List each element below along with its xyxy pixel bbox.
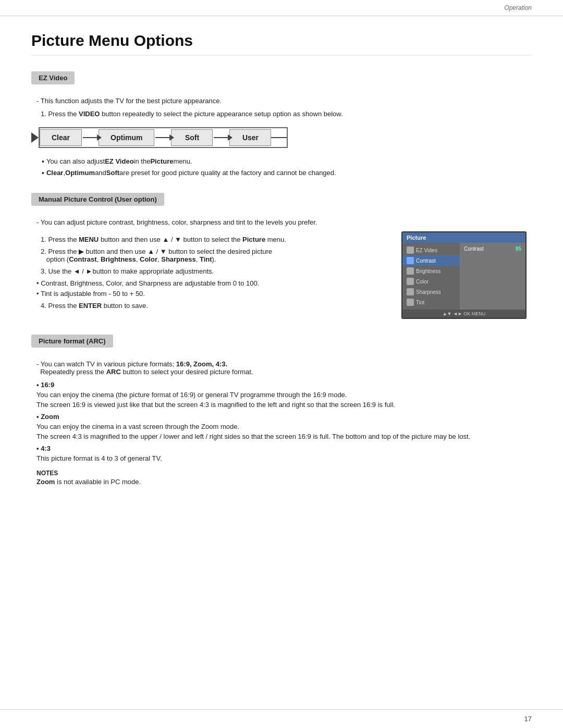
bullet-169-text2: The screen 16:9 is viewed just like that… <box>36 401 532 409</box>
bullet-43-text: This picture format is 4 to 3 of general… <box>36 454 532 462</box>
tv-menu-footer: ▲▼ ◄► OK MENU <box>402 310 525 318</box>
flow-box-optimum: Optimum <box>99 129 154 146</box>
manual-step4: 4. Press the ENTER button to save. <box>41 302 391 310</box>
ez-flow-diagram: Clear Optimum <box>31 127 532 148</box>
manual-sub2: • Tint is adjustable from - 50 to + 50. <box>36 290 391 298</box>
manual-picture-label: Manual Picture Control (User option) <box>31 193 164 206</box>
bullet-169-label: • 16:9 <box>36 381 532 389</box>
tv-menu-icon-color <box>407 278 414 285</box>
page-number: 17 <box>524 715 532 723</box>
notes-text: Zoom is not available in PC mode. <box>36 478 532 486</box>
manual-picture-desc: You can adjust picture contrast, brightn… <box>36 218 532 226</box>
manual-picture-section: Manual Picture Control (User option) You… <box>31 193 532 319</box>
manual-picture-steps: 1. Press the MENU button and then use ▲ … <box>31 231 391 319</box>
page-wrapper: Operation Picture Menu Options EZ Video … <box>0 0 563 728</box>
tv-menu-item-contrast: Contrast <box>402 255 460 266</box>
ez-video-bullet1: You can also adjust EZ Video in the Pict… <box>42 157 532 166</box>
tv-menu: Picture EZ Video Contrast <box>401 231 527 319</box>
tv-menu-icon-sharpness <box>407 288 414 295</box>
bullet-zoom-text1: You can enjoy the cinema in a vast scree… <box>36 423 532 430</box>
bullet-43-label: • 4:3 <box>36 445 532 452</box>
manual-step1: 1. Press the MENU button and then use ▲ … <box>41 236 391 243</box>
tv-menu-item-brightness: Brightness <box>402 266 460 276</box>
flow-end-line <box>271 137 287 138</box>
tv-menu-right: Contrast 85 <box>460 243 525 310</box>
tv-menu-screenshot: Picture EZ Video Contrast <box>401 231 532 319</box>
tv-menu-item-sharpness: Sharpness <box>402 287 460 297</box>
tv-menu-item-tint: Tint <box>402 297 460 307</box>
bullet-169-text1: You can enjoy the cinema (the picture fo… <box>36 391 532 399</box>
flow-box-user: User <box>229 129 271 146</box>
picture-format-desc1: You can watch TV in various picture form… <box>36 360 532 376</box>
header-bar: Operation <box>0 0 563 16</box>
flow-border-box: Clear Optimum <box>39 127 288 148</box>
tv-menu-item-color: Color <box>402 276 460 287</box>
manual-step2: 2. Press the ▶ button and then use ▲ / ▼… <box>41 248 391 263</box>
manual-sub1: • Contrast, Brightness, Color, and Sharp… <box>36 279 391 287</box>
tv-menu-left: EZ Video Contrast Brightness <box>402 243 460 310</box>
flow-arrow-1 <box>82 137 99 138</box>
bullet-zoom-label: • Zoom <box>36 413 532 421</box>
notes-label: NOTES <box>36 470 532 477</box>
ez-video-label: EZ Video <box>31 71 75 84</box>
manual-picture-two-col: 1. Press the MENU button and then use ▲ … <box>31 231 532 319</box>
bullet-zoom-text2: The screen 4:3 is magnified to the upper… <box>36 433 532 440</box>
ez-video-step1: 1. Press the VIDEO button repeatedly to … <box>41 110 532 118</box>
page-title: Picture Menu Options <box>31 32 532 56</box>
tv-menu-header: Picture <box>402 232 525 243</box>
main-content: Picture Menu Options EZ Video This funct… <box>0 16 563 521</box>
tv-menu-icon-tint <box>407 299 414 306</box>
ez-video-section: EZ Video This function adjusts the TV fo… <box>31 71 532 177</box>
ez-video-bullet2: Clear, Optimum and Soft are preset for g… <box>42 169 532 177</box>
ez-video-desc: This function adjusts the TV for the bes… <box>36 97 532 105</box>
flow-arrow-2 <box>154 137 171 138</box>
manual-step3: 3. Use the ◄ / ►button to make appropria… <box>41 267 391 275</box>
tv-menu-icon-contrast <box>407 257 414 264</box>
flow-box-soft: Soft <box>171 129 213 146</box>
tv-menu-item-ezvideo: EZ Video <box>402 245 460 255</box>
picture-format-section: Picture format (ARC) You can watch TV in… <box>31 335 532 486</box>
flow-arrow-3 <box>213 137 229 138</box>
tv-menu-icon-brightness <box>407 267 414 275</box>
tv-menu-right-row: Contrast 85 <box>464 245 521 253</box>
tv-menu-icon-ezvideo <box>407 246 414 254</box>
tv-menu-body: EZ Video Contrast Brightness <box>402 243 525 310</box>
flow-start-arrow <box>31 132 39 143</box>
picture-format-label: Picture format (ARC) <box>31 335 113 348</box>
flow-box-clear: Clear <box>40 129 82 146</box>
header-label: Operation <box>504 4 532 11</box>
footer-bar: 17 <box>0 709 563 728</box>
